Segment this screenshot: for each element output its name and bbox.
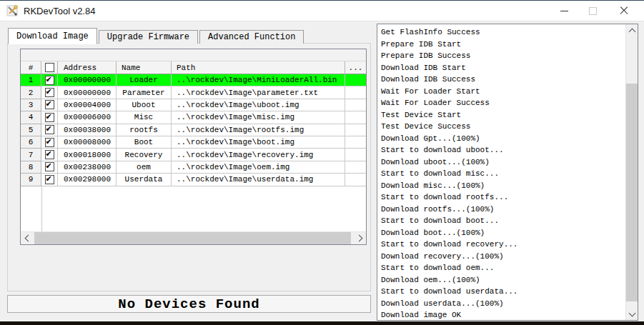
log-line: Get FlashInfo Success	[381, 26, 623, 39]
table-row[interactable]: 8 0x00238000 oem ..\rockdev\Image\oem.im…	[21, 161, 366, 174]
log-line: Start to download oem...	[381, 262, 623, 274]
log-line: Test Device Start	[381, 109, 623, 121]
row-address: 0x00018000	[58, 149, 117, 161]
row-address: 0x00000000	[58, 86, 117, 99]
row-address: 0x00238000	[58, 161, 117, 174]
header-checkbox-cell[interactable]	[41, 61, 58, 74]
rkdevtool-window: RKDevTool v2.84 Download Image Upgrade F…	[0, 0, 644, 325]
header-index[interactable]: #	[21, 61, 41, 74]
row-path: ..\rockdev\Image\MiniLoaderAll.bin	[172, 74, 345, 86]
table-row[interactable]: 4 0x00006000 Misc ..\rockdev\Image\misc.…	[21, 111, 366, 124]
table-row[interactable]: 3 0x00004000 Uboot ..\rockdev\Image\uboo…	[21, 99, 366, 111]
scroll-down-button[interactable]	[626, 308, 638, 320]
row-more-cell	[345, 74, 366, 86]
log-line: Prepare IDB Success	[381, 50, 623, 62]
log-line: Download rootfs...(100%)	[381, 204, 623, 216]
log-line: Download oem...(100%)	[381, 274, 623, 286]
row-more-cell	[345, 124, 366, 136]
table-row[interactable]: 2 0x00000000 Parameter ..\rockdev\Image\…	[21, 86, 366, 99]
row-checkbox-cell[interactable]	[41, 136, 58, 149]
header-name[interactable]: Name	[117, 61, 172, 74]
close-button[interactable]	[609, 1, 639, 21]
row-checkbox[interactable]	[45, 125, 54, 134]
device-status-bar: No Devices Found	[7, 295, 371, 313]
minimize-button[interactable]	[552, 1, 576, 21]
table-row[interactable]: 9 0x00298000 Userdata ..\rockdev\Image\u…	[21, 174, 366, 186]
row-checkbox[interactable]	[45, 76, 54, 85]
log-line: Test Device Success	[381, 121, 623, 133]
horizontal-scroll-thumb[interactable]	[34, 232, 351, 244]
log-line: Download IDB Start	[381, 62, 623, 74]
row-name: Parameter	[117, 86, 172, 99]
row-checkbox[interactable]	[45, 88, 54, 97]
row-checkbox[interactable]	[45, 100, 54, 109]
select-all-checkbox[interactable]	[45, 63, 54, 72]
log-line: Download uboot...(100%)	[381, 156, 623, 169]
table-row[interactable]: 1 0x00000000 Loader ..\rockdev\Image\Min…	[21, 74, 366, 86]
window-title: RKDevTool v2.84	[24, 6, 95, 16]
close-icon	[620, 6, 628, 15]
table-row[interactable]: 6 0x00008000 Boot ..\rockdev\Image\boot.…	[21, 136, 366, 149]
row-index: 2	[21, 86, 41, 99]
horizontal-scrollbar[interactable]	[21, 231, 366, 244]
vertical-scroll-thumb[interactable]	[626, 84, 638, 301]
list-top-strip	[21, 49, 366, 61]
row-checkbox[interactable]	[45, 150, 54, 159]
log-line: Start to download rootfs...	[381, 191, 623, 204]
row-name: Misc	[117, 111, 172, 124]
log-output: Get FlashInfo SuccessPrepare IDB StartPr…	[381, 26, 623, 319]
desktop-strip	[0, 321, 644, 325]
row-more-cell	[345, 161, 366, 174]
minimize-icon	[560, 11, 568, 11]
vertical-scrollbar[interactable]	[625, 24, 638, 320]
row-address: 0x00006000	[58, 111, 117, 124]
row-index: 1	[21, 74, 41, 86]
header-address[interactable]: Address	[58, 61, 117, 74]
row-name: rootfs	[117, 124, 172, 136]
tab[interactable]: Download Image	[8, 28, 97, 44]
row-checkbox-cell[interactable]	[41, 74, 58, 86]
table-row[interactable]: 7 0x00018000 Recovery ..\rockdev\Image\r…	[21, 149, 366, 161]
tab[interactable]: Upgrade Firmware	[99, 30, 198, 44]
log-line: Download userdata...(100%)	[381, 298, 623, 310]
table-row[interactable]: 5 0x00038000 rootfs ..\rockdev\Image\roo…	[21, 124, 366, 136]
log-line: Start to download userdata...	[381, 286, 623, 298]
row-name: Userdata	[117, 174, 172, 186]
row-path: ..\rockdev\Image\recovery.img	[172, 149, 345, 161]
row-index: 4	[21, 111, 41, 124]
row-checkbox-cell[interactable]	[41, 124, 58, 136]
row-checkbox-cell[interactable]	[41, 149, 58, 161]
chevron-right-icon	[355, 235, 362, 242]
row-address: 0x00038000	[58, 124, 117, 136]
log-line: Download misc...(100%)	[381, 180, 623, 192]
scroll-left-button[interactable]	[21, 232, 33, 244]
row-checkbox[interactable]	[45, 162, 54, 171]
row-checkbox-cell[interactable]	[41, 86, 58, 99]
tab[interactable]: Advanced Function	[199, 30, 304, 44]
row-checkbox-cell[interactable]	[41, 174, 58, 186]
row-more-cell	[345, 149, 366, 161]
header-more[interactable]: ...	[345, 61, 366, 74]
row-checkbox-cell[interactable]	[41, 161, 58, 174]
row-name: oem	[117, 161, 172, 174]
row-more-cell	[345, 174, 366, 186]
row-checkbox[interactable]	[45, 138, 54, 147]
row-address: 0x00000000	[58, 74, 117, 86]
row-checkbox[interactable]	[45, 175, 54, 184]
scroll-up-button[interactable]	[626, 24, 638, 36]
log-line: Download Gpt...(100%)	[381, 133, 623, 145]
title-bar: RKDevTool v2.84	[0, 1, 644, 21]
log-line: Download boot...(100%)	[381, 227, 623, 239]
row-path: ..\rockdev\Image\userdata.img	[172, 174, 345, 186]
row-checkbox[interactable]	[45, 113, 54, 122]
row-path: ..\rockdev\Image\uboot.img	[172, 99, 345, 111]
row-checkbox-cell[interactable]	[41, 99, 58, 111]
log-line: Wait For Loader Start	[381, 86, 623, 98]
header-path[interactable]: Path	[172, 61, 345, 74]
row-address: 0x00008000	[58, 136, 117, 149]
row-index: 3	[21, 99, 41, 111]
row-path: ..\rockdev\Image\rootfs.img	[172, 124, 345, 136]
scroll-right-button[interactable]	[354, 232, 366, 244]
row-checkbox-cell[interactable]	[41, 111, 58, 124]
maximize-button[interactable]	[580, 1, 605, 21]
